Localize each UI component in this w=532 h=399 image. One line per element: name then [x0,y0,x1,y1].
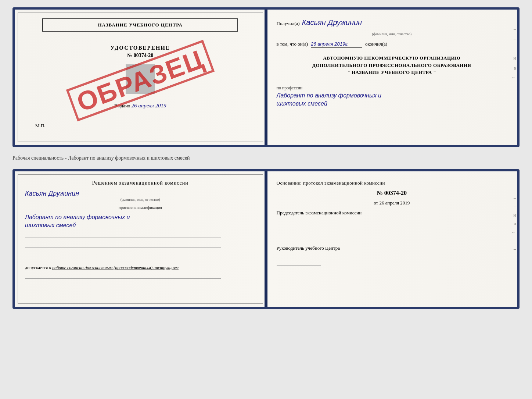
cert-right-page: Получил(а) Касьян Дружинин – (фамилия, и… [266,10,518,145]
qual-side-dash-4: и [511,213,516,218]
cert-photo-placeholder [126,64,155,94]
completion-date: 26 апреля 2019г. [311,41,362,48]
poluchil-label: Получил(а) [277,21,300,26]
qual-side-dash-1: – [511,187,516,192]
side-dash-5: а [511,65,516,71]
qual-profession-line1: Лаборант по анализу формовочных и шихтов… [25,213,256,230]
profession-name: Лаборант по анализу формовочных и шихтов… [277,92,507,108]
predsedatel-label: Председатель экзаменационной комиссии [277,210,507,216]
cert-number: № 00374-20 [111,53,170,58]
side-dash-2: – [511,36,516,42]
qualification-book: Решением экзаменационной комиссии Касьян… [12,169,520,309]
po-professii-label: по профессии [277,85,303,90]
side-dash-4: и [511,56,516,61]
vtom-label: в том, что он(а) [277,41,308,47]
qual-underline-3 [25,254,221,257]
qual-prof-block: Лаборант по анализу формовочных и шихтов… [25,213,256,230]
qual-side-dash-2: – [511,195,516,201]
qual-side-dash-9: – [511,255,516,260]
qual-side-dash-6: ← [511,229,516,235]
qual-right-content: Основание: протокол экзаменационной коми… [277,180,507,267]
profession-block: по профессии Лаборант по анализу формово… [277,85,507,108]
okончил-label: окончил(а) [365,41,387,47]
org-line2: ДОПОЛНИТЕЛЬНОГО ПРОФЕССИОНАЛЬНОГО ОБРАЗО… [277,62,507,69]
qual-right-page: Основание: протокол экзаменационной коми… [266,171,518,307]
dopusk-description: работе согласно должностным (производств… [52,265,179,270]
protocol-date: от 26 апреля 2019 [277,200,507,206]
side-dash-8: – [511,95,516,100]
rukovod-sign-line [277,257,321,266]
org-line1: АВТОНОМНУЮ НЕКОММЕРЧЕСКУЮ ОРГАНИЗАЦИЮ [277,54,507,62]
recipient-name: Касьян Дружинин [302,18,362,27]
side-dash-3: – [511,46,516,51]
vtom-row: в том, что он(а) 26 апреля 2019г. окончи… [277,41,507,48]
org-name-block: АВТОНОМНУЮ НЕКОММЕРЧЕСКУЮ ОРГАНИЗАЦИЮ ДО… [277,54,507,76]
cert-left-page: НАЗВАНИЕ УЧЕБНОГО ЦЕНТРА ОБРАЗЕЦ УДОСТОВ… [15,10,266,145]
qual-side-dash-3: – [511,204,516,209]
qual-left-content: Решением экзаменационной комиссии Касьян… [25,180,256,280]
prisvoena-label: присвоена квалификация [25,205,256,210]
rukovod-label: Руководитель учебного Центра [277,245,507,252]
qual-underline-1 [25,235,221,238]
cert-udost-block: УДОСТОВЕРЕНИЕ № 00374-20 [111,45,170,58]
cert-title-box: НАЗВАНИЕ УЧЕБНОГО ЦЕНТРА [42,18,238,32]
certificate-book: НАЗВАНИЕ УЧЕБНОГО ЦЕНТРА ОБРАЗЕЦ УДОСТОВ… [12,7,520,147]
cert-udost-label: УДОСТОВЕРЕНИЕ [111,45,170,51]
protocol-number: № 00374-20 [277,190,507,196]
fio-label: (фамилия, имя, отчество) [277,32,507,36]
cert-title: НАЗВАНИЕ УЧЕБНОГО ЦЕНТРА [98,22,183,28]
side-dash-6: ← [511,75,516,81]
qual-name-block: Касьян Дружинин (фамилия, имя, отчество) [25,190,256,202]
document-container: НАЗВАНИЕ УЧЕБНОГО ЦЕНТРА ОБРАЗЕЦ УДОСТОВ… [12,7,520,309]
cert-mp: М.П. [35,123,45,129]
qual-underline-4 [25,276,221,279]
komissia-title: Решением экзаменационной комиссии [25,180,256,186]
qual-side-dash-8: – [511,246,516,252]
spacer [277,235,507,241]
qual-left-page: Решением экзаменационной комиссии Касьян… [15,171,266,307]
dopuskaetsya-label: допускается к [25,265,51,270]
cert-vydano-date: 26 апреля 2019 [132,103,166,108]
cert-vydano: Выдано 26 апреля 2019 [114,103,166,109]
ot-label: от [374,200,378,206]
qual-underline-2 [25,245,221,247]
osnovanie-title: Основание: протокол экзаменационной коми… [277,180,507,186]
qual-side-dash-7: – [511,238,516,243]
dopuskaetsya-block: допускается к работе согласно должностны… [25,265,256,271]
qual-side-dash-5: а [511,221,516,227]
middle-label: Рабочая специальность - Лаборант по анал… [12,153,520,163]
cert-right-content: Получил(а) Касьян Дружинин – (фамилия, и… [277,18,507,108]
side-dash-7: – [511,85,516,90]
org-name: " НАЗВАНИЕ УЧЕБНОГО ЦЕНТРА " [277,69,507,76]
qual-recipient-name: Касьян Дружинин [25,190,79,198]
side-dash-1: – [511,26,516,32]
poluchil-row: Получил(а) Касьян Дружинин – [277,18,507,27]
ot-date: 26 апреля 2019 [379,200,410,206]
predsedatel-sign-line [277,221,321,230]
